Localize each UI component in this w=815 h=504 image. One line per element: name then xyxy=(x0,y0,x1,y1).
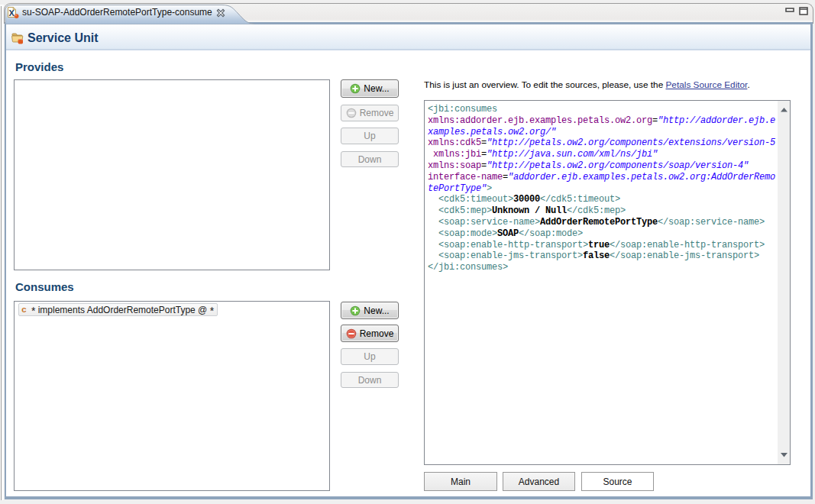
svg-text:X: X xyxy=(9,8,15,18)
